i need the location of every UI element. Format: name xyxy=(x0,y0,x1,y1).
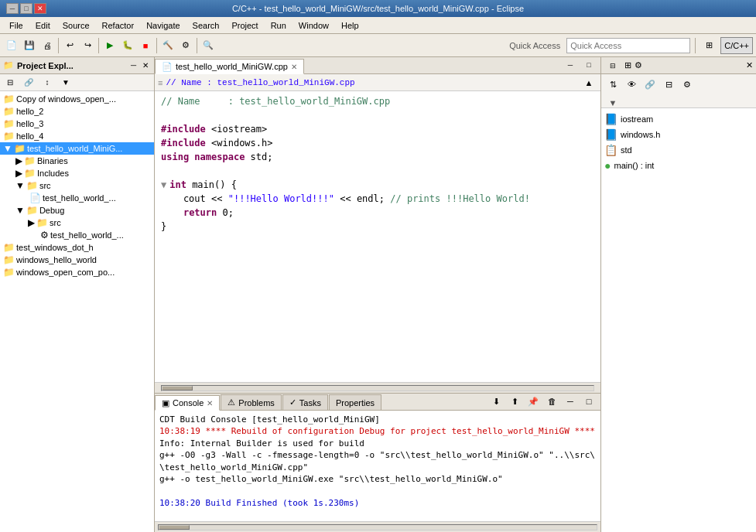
code-editor[interactable]: // Name : test_hello_world_MiniGW.cpp #i… xyxy=(155,91,600,382)
outline-sort-button[interactable]: ⇅ xyxy=(604,76,621,93)
menu-help[interactable]: Help xyxy=(335,19,365,32)
run-button[interactable]: ▶ xyxy=(101,37,118,54)
tree-item-src[interactable]: ▼ 📁 src xyxy=(0,179,154,192)
outline-item-main[interactable]: ● main() : int xyxy=(604,158,753,173)
console-scrollbar-track xyxy=(158,524,597,530)
perspective-button[interactable]: C/C++ xyxy=(720,37,753,54)
outline-hide-button[interactable]: 👁 xyxy=(623,76,640,93)
menu-window[interactable]: Window xyxy=(292,19,335,32)
folder-icon: 📁 xyxy=(3,106,15,117)
menu-refactor[interactable]: Refactor xyxy=(96,19,141,32)
console-tab-problems[interactable]: ⚠ Problems xyxy=(221,394,281,410)
separator-qa xyxy=(695,38,696,53)
menu-edit[interactable]: Edit xyxy=(29,19,56,32)
editor-tab-buttons: ─ □ xyxy=(559,57,600,73)
tree-item-test-project[interactable]: ▼ 📁 test_hello_world_MiniG... xyxy=(0,142,154,155)
tree-item-hello3[interactable]: 📁 hello_3 xyxy=(0,118,154,130)
tree-item-test-windows[interactable]: 📁 test_windows_dot_h xyxy=(0,241,154,254)
folder-icon: 📁 xyxy=(3,267,15,278)
perspective-layout-button[interactable]: ⊞ xyxy=(700,37,717,54)
console-horizontal-scrollbar[interactable] xyxy=(155,521,600,532)
editor-maximize-button[interactable]: □ xyxy=(580,57,597,73)
namespace-icon: 📋 xyxy=(604,144,617,156)
tree-item-windows-hello[interactable]: 📁 windows_hello_world xyxy=(0,254,154,266)
pe-minimize-button[interactable]: ─ xyxy=(128,60,139,70)
editor-horizontal-scrollbar[interactable] xyxy=(155,382,600,393)
editor-minimize-button[interactable]: ─ xyxy=(562,57,579,73)
tree-item-windows-open[interactable]: 📁 windows_open_com_po... xyxy=(0,266,154,278)
console-scrollbar-thumb[interactable] xyxy=(159,525,190,530)
outline-toolbar-row1: ⇅ 👁 🔗 ⊟ ⚙ xyxy=(604,76,753,93)
outline-item-std[interactable]: 📋 std xyxy=(604,142,753,158)
undo-button[interactable]: ↩ xyxy=(61,37,78,54)
console-tab-close[interactable]: ✕ xyxy=(207,399,213,408)
debug-button[interactable]: 🐛 xyxy=(119,37,136,54)
tree-item-copy-windows[interactable]: 📁 Copy of windows_open_... xyxy=(0,93,154,105)
search-button[interactable]: 🔍 xyxy=(200,37,217,54)
pe-menu-button[interactable]: ▼ xyxy=(57,74,74,91)
console-tab-properties[interactable]: Properties xyxy=(329,394,381,410)
maximize-button[interactable]: □ xyxy=(20,3,32,14)
tree-item-hello2[interactable]: 📁 hello_2 xyxy=(0,105,154,118)
build-button[interactable]: 🔨 xyxy=(159,37,176,54)
stop-button[interactable]: ■ xyxy=(137,37,154,54)
scroll-down-console-button[interactable]: ⬇ xyxy=(487,393,505,410)
editor-header-buttons: ▲ xyxy=(580,74,597,91)
outline-collapse-button[interactable]: ⊟ xyxy=(604,57,621,74)
tree-item-hello4[interactable]: 📁 hello_4 xyxy=(0,130,154,142)
console-minimize-button[interactable]: ─ xyxy=(562,393,579,410)
pe-collapse-button[interactable]: ⊟ xyxy=(2,74,19,91)
close-button[interactable]: ✕ xyxy=(34,3,46,14)
tab-close-button[interactable]: ✕ xyxy=(291,63,297,71)
item-label: hello_3 xyxy=(16,119,43,128)
pe-sync-button[interactable]: ↕ xyxy=(39,74,56,91)
quickaccess-input[interactable] xyxy=(566,38,690,53)
console-tab-tasks[interactable]: ✓ Tasks xyxy=(282,394,328,410)
tasks-icon: ✓ xyxy=(289,397,296,408)
redo-button[interactable]: ↪ xyxy=(79,37,96,54)
build-all-button[interactable]: ⚙ xyxy=(177,37,194,54)
menu-source[interactable]: Source xyxy=(56,19,96,32)
console-tab-console[interactable]: ▣ Console ✕ xyxy=(155,395,220,411)
tree-item-binaries[interactable]: ▶ 📁 Binaries xyxy=(0,155,154,167)
main-area: 📁 Project Expl... ─ ✕ ⊟ 🔗 ↕ ▼ 📁 Copy of … xyxy=(0,57,756,532)
quickaccess-label: Quick Access xyxy=(509,41,560,50)
outline-settings2-button[interactable]: ⚙ xyxy=(679,76,696,93)
tab-file-icon: 📄 xyxy=(162,62,173,72)
minimize-button[interactable]: ─ xyxy=(6,3,19,14)
console-toolbar-right: ⬇ ⬆ 📌 🗑 ─ □ xyxy=(484,393,600,410)
console-line-success: 10:38:20 Build Finished (took 1s.230ms) xyxy=(159,497,596,509)
console-maximize-button[interactable]: □ xyxy=(580,393,597,410)
folder-icon: 📁 xyxy=(3,242,15,253)
new-button[interactable]: 📄 xyxy=(3,37,20,54)
outline-item-iostream[interactable]: 📘 iostream xyxy=(604,111,753,127)
pe-close-button[interactable]: ✕ xyxy=(140,60,151,70)
tree-item-debug[interactable]: ▼ 📁 Debug xyxy=(0,204,154,217)
outline-header-right: ✕ xyxy=(746,60,753,70)
menu-project[interactable]: Project xyxy=(225,19,264,32)
editor-tab-active[interactable]: 📄 test_hello_world_MiniGW.cpp ✕ xyxy=(155,59,304,74)
menu-file[interactable]: File xyxy=(3,19,29,32)
menu-run[interactable]: Run xyxy=(265,19,292,32)
toolbar-right: Quick Access ⊞ C/C++ xyxy=(509,37,753,54)
scrollbar-thumb[interactable] xyxy=(162,386,193,390)
outline-panel-icon: ✕ xyxy=(746,60,753,70)
pin-console-button[interactable]: 📌 xyxy=(525,393,542,410)
menu-navigate[interactable]: Navigate xyxy=(140,19,186,32)
save-button[interactable]: 💾 xyxy=(21,37,38,54)
menu-search[interactable]: Search xyxy=(186,19,226,32)
tree-item-debug-src[interactable]: ▶ 📁 src xyxy=(0,217,154,229)
outline-item-windowsh[interactable]: 📘 windows.h xyxy=(604,127,753,142)
clear-console-button[interactable]: 🗑 xyxy=(543,393,560,410)
scroll-up-button[interactable]: ▲ xyxy=(580,74,597,91)
pe-link-button[interactable]: 🔗 xyxy=(20,74,37,91)
print-button[interactable]: 🖨 xyxy=(39,37,56,54)
outline-link-button[interactable]: 🔗 xyxy=(641,76,659,93)
outline-collapse-all-button[interactable]: ⊟ xyxy=(660,76,677,93)
console-line-cmd2: g++ -o test_hello_world_MiniGW.exe "src\… xyxy=(159,473,596,485)
tree-item-debug-file[interactable]: ⚙ test_hello_world_... xyxy=(0,229,154,241)
include-icon: 📘 xyxy=(604,128,617,141)
tree-item-cpp-file[interactable]: 📄 test_hello_world_... xyxy=(0,192,154,204)
tree-item-includes[interactable]: ▶ 📁 Includes xyxy=(0,167,154,179)
scroll-up-console-button[interactable]: ⬆ xyxy=(506,393,523,410)
